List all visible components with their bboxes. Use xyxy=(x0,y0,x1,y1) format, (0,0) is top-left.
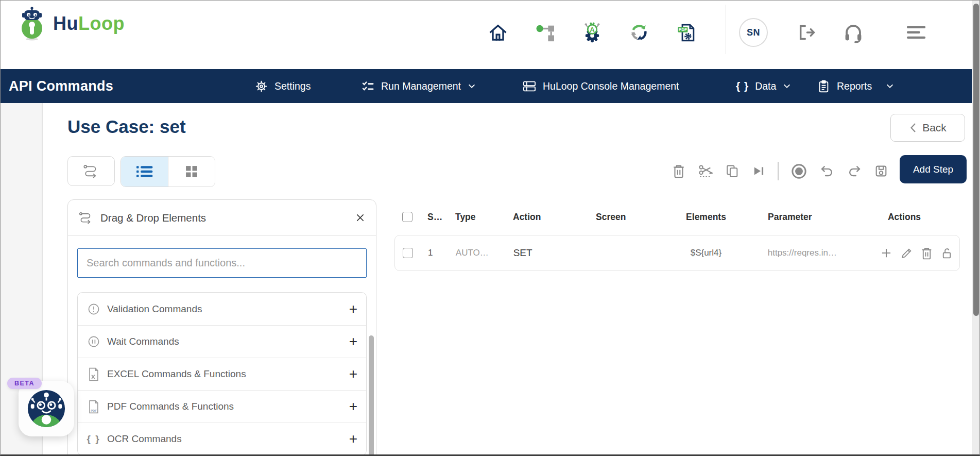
add-icon[interactable]: + xyxy=(349,334,357,349)
add-icon[interactable]: + xyxy=(349,367,357,381)
nav-item-run-management[interactable]: Run Management xyxy=(361,69,476,103)
logout-icon[interactable] xyxy=(795,21,817,44)
column-header-step: S… xyxy=(420,212,445,223)
cell-step: 1 xyxy=(421,248,445,258)
flow-view-button[interactable] xyxy=(67,156,115,186)
nav-item-settings[interactable]: Settings xyxy=(254,69,311,103)
nav-label: Settings xyxy=(274,80,311,92)
huloop-logo[interactable]: HuLoop xyxy=(18,7,125,41)
alert-circle-icon xyxy=(87,302,100,316)
console-icon xyxy=(522,79,537,93)
category-label: Validation Commands xyxy=(107,303,202,315)
category-pdf-commands[interactable]: PDF PDF Commands & Functions + xyxy=(78,390,366,423)
add-step-button[interactable]: Add Step xyxy=(900,155,967,183)
search-input[interactable] xyxy=(77,248,367,278)
sync-icon[interactable] xyxy=(628,21,650,44)
grid-icon xyxy=(185,165,198,178)
add-icon[interactable] xyxy=(880,246,893,260)
row-checkbox[interactable] xyxy=(403,248,413,258)
edit-icon[interactable] xyxy=(900,246,913,260)
avatar-initials: SN xyxy=(747,27,760,38)
category-label: OCR Commands xyxy=(107,433,182,445)
page-context-title: API Commands xyxy=(9,69,113,103)
support-headset-icon[interactable] xyxy=(843,21,864,44)
chevron-down-icon xyxy=(885,81,895,91)
robot-logo-icon xyxy=(18,7,46,41)
user-avatar[interactable]: SN xyxy=(739,18,768,47)
chevron-down-icon xyxy=(467,81,476,91)
panel-scrollbar[interactable] xyxy=(369,239,374,456)
flow-route-icon xyxy=(82,164,100,178)
list-view-button[interactable] xyxy=(121,157,168,187)
gear-icon xyxy=(254,79,268,93)
window-scrollbar-thumb[interactable] xyxy=(973,4,979,316)
ai-agent-icon[interactable]: A xyxy=(581,21,603,44)
main-navbar: API Commands Settings Run Management xyxy=(1,69,979,103)
delete-icon[interactable] xyxy=(672,163,686,179)
column-header-parameter: Parameter xyxy=(745,212,873,223)
category-label: Wait Commands xyxy=(107,336,179,347)
select-all-checkbox[interactable] xyxy=(402,212,412,222)
workflow-icon[interactable] xyxy=(535,21,556,44)
row-actions xyxy=(880,246,953,260)
chat-assistant-button[interactable] xyxy=(19,381,74,436)
cell-elements: $S{url4} xyxy=(667,248,745,258)
record-icon[interactable] xyxy=(790,163,807,180)
category-ocr-commands[interactable]: { } OCR Commands + xyxy=(78,423,366,455)
add-icon[interactable]: + xyxy=(349,399,357,414)
back-label: Back xyxy=(922,122,947,134)
excel-file-icon xyxy=(87,367,100,381)
nav-label: Run Management xyxy=(381,80,461,92)
drag-drop-panel: Drag & Drop Elements Validation Commands… xyxy=(67,199,376,456)
nav-item-data[interactable]: { } Data xyxy=(736,69,792,103)
window-scrollbar[interactable] xyxy=(972,1,979,454)
back-button[interactable]: Back xyxy=(890,114,965,142)
command-category-list: Validation Commands + Wait Commands + xyxy=(77,292,367,455)
view-toggles xyxy=(67,156,215,187)
nav-label: Data xyxy=(755,80,776,92)
steps-table: S… Type Action Screen Elements Parameter… xyxy=(394,206,960,271)
checklist-icon xyxy=(361,79,375,93)
pdf-file-icon: PDF xyxy=(87,400,100,414)
header-divider xyxy=(726,5,726,54)
grid-view-button[interactable] xyxy=(168,157,215,187)
panel-title: Drag & Drop Elements xyxy=(100,212,206,224)
flow-route-icon xyxy=(78,211,94,224)
menu-icon[interactable] xyxy=(906,21,927,44)
top-header: HuLoop xyxy=(1,1,979,69)
cut-icon[interactable] xyxy=(698,163,713,179)
home-icon[interactable] xyxy=(487,21,509,44)
category-label: PDF Commands & Functions xyxy=(107,401,234,412)
column-header-actions: Actions xyxy=(873,212,960,223)
nav-label: Reports xyxy=(837,80,872,92)
skip-to-end-icon[interactable] xyxy=(751,164,766,178)
svg-text:A: A xyxy=(590,26,595,33)
nav-item-console-management[interactable]: HuLoop Console Management xyxy=(522,69,679,103)
list-grid-toggle xyxy=(121,156,215,187)
cell-action: SET xyxy=(502,247,579,259)
column-header-action: Action xyxy=(502,212,579,223)
add-icon[interactable]: + xyxy=(349,432,357,446)
category-wait-commands[interactable]: Wait Commands + xyxy=(78,325,366,358)
save-icon[interactable] xyxy=(874,164,888,178)
category-validation-commands[interactable]: Validation Commands + xyxy=(78,293,366,325)
pdf-settings-icon[interactable]: PDF xyxy=(675,21,697,44)
category-excel-commands[interactable]: EXCEL Commands & Functions + xyxy=(78,358,366,390)
table-row: 1 AUTO… SET $S{url4} https://reqres.in… xyxy=(394,235,960,271)
category-label: EXCEL Commands & Functions xyxy=(107,368,246,380)
clipboard-icon xyxy=(817,79,831,93)
chevron-left-icon xyxy=(909,123,917,133)
column-header-type: Type xyxy=(445,212,502,223)
column-header-elements: Elements xyxy=(667,212,745,223)
panel-scrollbar-thumb[interactable] xyxy=(369,335,374,456)
nav-label: HuLoop Console Management xyxy=(543,80,679,92)
brand-name: HuLoop xyxy=(53,13,125,35)
add-icon[interactable]: + xyxy=(349,302,357,316)
delete-icon[interactable] xyxy=(920,246,933,260)
nav-item-reports[interactable]: Reports xyxy=(817,69,895,103)
redo-icon[interactable] xyxy=(847,164,862,178)
close-icon[interactable] xyxy=(355,212,366,223)
unlock-icon[interactable] xyxy=(940,246,953,260)
undo-icon[interactable] xyxy=(819,164,835,178)
copy-icon[interactable] xyxy=(725,164,740,178)
